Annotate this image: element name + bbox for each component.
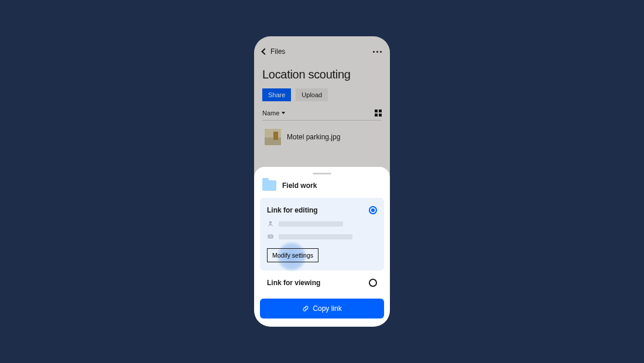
more-options-button[interactable] <box>373 51 382 53</box>
screen-background: Files Location scouting Share Upload Nam… <box>254 36 390 145</box>
sort-row: Name <box>262 109 382 121</box>
device-frame: Files Location scouting Share Upload Nam… <box>254 36 390 327</box>
sort-button[interactable]: Name <box>262 109 285 117</box>
folder-icon <box>262 180 276 191</box>
back-button[interactable]: Files <box>262 47 285 56</box>
copy-link-label: Copy link <box>313 304 341 313</box>
page-title: Location scouting <box>262 68 382 81</box>
sheet-folder-name: Field work <box>282 182 317 190</box>
link-icon <box>302 305 309 312</box>
svg-point-2 <box>269 237 270 237</box>
radio-selected-icon <box>371 208 375 212</box>
placeholder-line <box>279 221 343 227</box>
sort-label: Name <box>262 109 279 117</box>
upload-button[interactable]: Upload <box>296 88 328 101</box>
grid-view-button[interactable] <box>375 109 382 117</box>
link-viewing-row[interactable]: Link for viewing <box>260 270 384 289</box>
top-bar: Files <box>262 44 382 59</box>
link-viewing-label: Link for viewing <box>267 279 320 287</box>
meta-password-row <box>267 233 377 240</box>
file-thumbnail <box>265 129 281 145</box>
svg-point-0 <box>270 222 272 224</box>
share-button[interactable]: Share <box>262 88 291 101</box>
chevron-left-icon <box>261 48 268 54</box>
sheet-header: Field work <box>260 180 384 198</box>
modify-settings-button[interactable]: Modify settings <box>267 248 318 262</box>
drag-handle[interactable] <box>313 173 331 174</box>
placeholder-line <box>279 234 352 239</box>
meta-permissions-row <box>267 220 377 227</box>
radio-viewing[interactable] <box>369 279 377 287</box>
action-row: Share Upload <box>262 88 382 101</box>
link-editing-label: Link for editing <box>267 206 318 214</box>
file-name: Motel parking.jpg <box>287 133 340 141</box>
back-label: Files <box>270 47 285 56</box>
caret-down-icon <box>282 112 285 114</box>
link-editing-card[interactable]: Link for editing Modify settings <box>260 198 384 270</box>
person-icon <box>267 220 274 227</box>
file-row[interactable]: Motel parking.jpg <box>262 129 382 145</box>
share-sheet: Field work Link for editing <box>254 167 390 327</box>
password-icon <box>267 233 274 240</box>
radio-editing[interactable] <box>369 206 377 214</box>
copy-link-button[interactable]: Copy link <box>260 299 384 319</box>
